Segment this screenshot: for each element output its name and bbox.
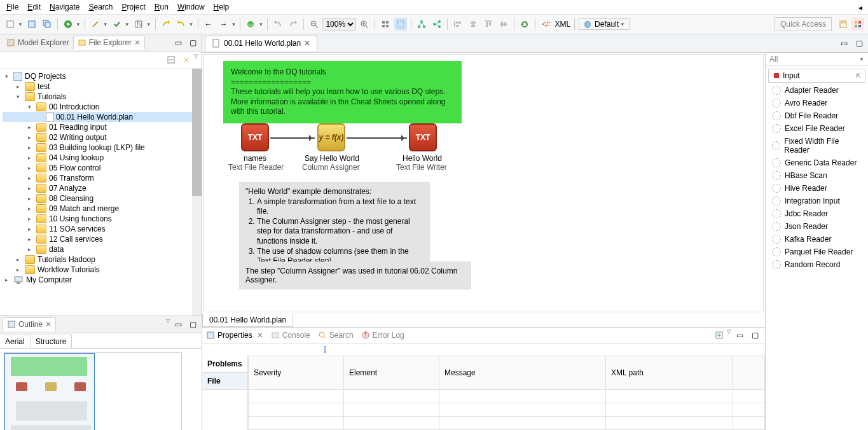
side-tab-file[interactable]: File (202, 373, 247, 390)
col-xmlpath[interactable]: XML path (606, 356, 733, 390)
twisty-closed-icon[interactable]: ▸ (28, 236, 34, 242)
twisty-closed-icon[interactable]: ▸ (28, 216, 34, 222)
dropdown-icon[interactable]: ▼ (146, 22, 151, 27)
outline-viewport[interactable] (4, 353, 95, 430)
undo2-button[interactable] (272, 18, 284, 31)
twisty-closed-icon[interactable]: ▸ (5, 277, 11, 283)
connector[interactable] (347, 137, 407, 139)
link-editor-button[interactable] (180, 53, 193, 66)
zoom-out-button[interactable] (308, 18, 320, 31)
menu-help[interactable]: Help (214, 3, 230, 11)
tree-item[interactable]: ▸05 Flow control (3, 163, 199, 173)
tree-item[interactable]: ▸03 Building lookup (LKP) file (3, 142, 199, 153)
tree-item[interactable]: ▸09 Match and merge (3, 204, 199, 214)
twisty-closed-icon[interactable]: ▸ (28, 185, 34, 191)
tree-layout-button[interactable] (415, 18, 428, 31)
maximize-editor-button[interactable]: ▢ (853, 37, 865, 50)
minimize-editor-button[interactable]: ▭ (837, 37, 850, 50)
tree-item[interactable]: ▸02 Writing output (3, 132, 199, 142)
quick-access-field[interactable]: Quick Access (775, 17, 832, 31)
tree-item-test[interactable]: ▸test (3, 81, 199, 92)
dropdown-icon[interactable]: ▼ (859, 57, 864, 62)
palette-item[interactable]: Json Reader (768, 220, 865, 233)
palette-item[interactable]: Fixed Width File Reader (768, 135, 865, 156)
palette-item[interactable]: Dbf File Reader (768, 109, 865, 122)
dropdown-icon[interactable]: ▼ (76, 22, 81, 27)
palette-item[interactable]: Hive Reader (768, 182, 865, 195)
maximize-view-button[interactable]: ▢ (748, 329, 761, 342)
node-say-hello[interactable]: y = f(x) Say Hello World Column Assigner (317, 123, 345, 172)
palette-item[interactable]: Kafka Reader (768, 233, 865, 246)
close-icon[interactable]: ✕ (134, 38, 141, 47)
twisty-closed-icon[interactable]: ▸ (28, 144, 34, 151)
twisty-closed-icon[interactable]: ▸ (28, 134, 34, 141)
twisty-closed-icon[interactable]: ▸ (28, 155, 34, 161)
tree-item-intro[interactable]: ▾00 Introduction (3, 102, 199, 112)
tab-properties[interactable]: Properties✕ (206, 331, 263, 340)
validate-button[interactable] (111, 18, 123, 31)
collapse-all-button[interactable] (165, 53, 177, 66)
twisty-closed-icon[interactable]: ▸ (28, 175, 34, 181)
maximize-view-button[interactable]: ▢ (186, 318, 199, 331)
grid-button[interactable] (379, 18, 392, 31)
align-middle-button[interactable] (497, 18, 510, 31)
menu-run[interactable]: Run (155, 3, 169, 11)
align-left-button[interactable] (451, 18, 464, 31)
save-all-button[interactable] (41, 18, 53, 31)
export-button[interactable] (244, 18, 257, 31)
tree-item[interactable]: ▸07 Analyze (3, 183, 199, 193)
twisty-open-icon[interactable]: ▾ (28, 104, 34, 110)
perspective-selector[interactable]: Default ▼ (579, 18, 630, 30)
twisty-closed-icon[interactable]: ▸ (28, 165, 34, 171)
outline-thumbnail[interactable] (4, 352, 182, 430)
menu-file[interactable]: File (6, 3, 18, 11)
twisty-closed-icon[interactable]: ▸ (28, 205, 34, 212)
col-message[interactable]: Message (439, 356, 606, 390)
tree-item[interactable]: ▸11 SOA services (3, 224, 199, 234)
refresh-button[interactable] (518, 18, 531, 31)
tree-item[interactable]: ▸04 Using lookup (3, 153, 199, 163)
redo-button[interactable] (175, 18, 188, 31)
palette-item[interactable]: Avro Reader (768, 97, 865, 109)
tree-root[interactable]: ▾DQ Projects (3, 71, 199, 81)
tree-item-mycomputer[interactable]: ▸My Computer (3, 275, 199, 285)
tab-outline[interactable]: Outline ✕ (3, 317, 56, 331)
palette-item[interactable]: Random Record (768, 258, 865, 271)
plan-canvas[interactable]: Welcome to the DQ tutorials ============… (203, 54, 764, 312)
align-center-button[interactable] (467, 18, 479, 31)
col-severity[interactable]: Severity (249, 356, 344, 390)
tree-item-hello-world[interactable]: 00.01 Hello World.plan (3, 112, 199, 122)
tree-item[interactable]: ▸data (3, 244, 199, 254)
palette-group-input[interactable]: Input ⇱ (768, 69, 865, 83)
minimize-view-button[interactable]: ▭ (172, 36, 184, 49)
dropdown-icon[interactable]: ▼ (258, 22, 263, 27)
view-menu-icon[interactable]: ▽ (166, 318, 170, 331)
dropdown-icon[interactable]: ▼ (189, 22, 194, 27)
zoom-select[interactable]: 100% (322, 18, 356, 31)
palette-filter[interactable]: All▼ ◂ (766, 53, 868, 66)
twisty-open-icon[interactable]: ▾ (17, 94, 22, 100)
dropdown-icon[interactable]: ▼ (18, 22, 23, 27)
wand-button[interactable] (89, 18, 102, 31)
close-icon[interactable]: ✕ (257, 331, 263, 340)
tree-item-workflow[interactable]: ▸Workflow Tutorials (3, 265, 199, 275)
save-button[interactable] (25, 18, 38, 31)
palette-item[interactable]: HBase Scan (768, 169, 865, 182)
dropdown-icon[interactable]: ▼ (620, 22, 625, 27)
view-menu-icon[interactable]: ▽ (194, 53, 198, 66)
tree-scrollbar[interactable] (192, 69, 202, 316)
tree-item[interactable]: ▸10 Using functions (3, 214, 199, 224)
tree-item[interactable]: ▸06 Transform (3, 173, 199, 183)
twisty-closed-icon[interactable]: ▸ (17, 83, 22, 90)
drag-handle[interactable]: ┇ (202, 343, 765, 356)
twisty-closed-icon[interactable]: ▸ (17, 256, 22, 263)
new-button[interactable] (4, 18, 17, 31)
palette-item[interactable]: Integration Input (768, 195, 865, 207)
tab-errorlog[interactable]: !Error Log (361, 331, 404, 340)
tab-search[interactable]: Search (318, 331, 354, 340)
graph-layout-button[interactable] (431, 18, 443, 31)
palette-item[interactable]: Parquet File Reader (768, 246, 865, 258)
dropdown-icon[interactable]: ▼ (103, 22, 108, 27)
minimize-view-button[interactable]: ▭ (172, 318, 184, 331)
side-tab-problems[interactable]: Problems (202, 356, 247, 373)
